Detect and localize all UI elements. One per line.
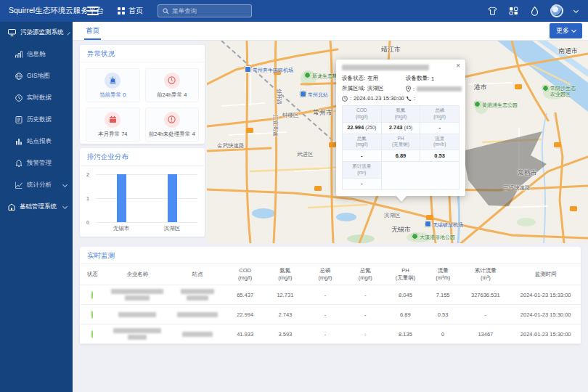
redacted-station [182, 332, 213, 337]
chart-ytick: 1 [86, 196, 89, 201]
redacted-company [125, 295, 150, 301]
sidebar-item-label: 预警管理 [27, 159, 52, 168]
airport-icon [245, 66, 251, 73]
sidebar-item-label: GIS地图 [27, 72, 50, 81]
user-avatar[interactable] [550, 4, 563, 17]
sidebar-item-gis-map[interactable]: GIS地图 [0, 65, 73, 87]
siren-icon [105, 73, 121, 89]
park-icon [474, 101, 481, 107]
multi-screen-icon[interactable] [508, 6, 518, 16]
sidebar-item-label: 站点报表 [27, 137, 52, 146]
tab-bar: 首页 更多 [73, 22, 588, 41]
enterprise-distribution-panel: 排污企业分布 012无锡市滨湖区 [80, 148, 205, 237]
redacted-company [111, 289, 163, 294]
map-label: 外环路 [275, 89, 282, 105]
chevron-down-icon [571, 28, 576, 33]
redacted-station [177, 312, 218, 317]
hamburger-menu-icon[interactable] [87, 4, 99, 17]
sidebar-item-station-report[interactable]: 站点报表 [0, 131, 73, 152]
location-pin-icon [406, 86, 411, 92]
stat-label: 本月异常 74 [98, 131, 127, 138]
poi-park: 新龙生态林 [304, 73, 338, 80]
status-normal-dot [91, 330, 93, 338]
popup-measurements-table: COD(mg/l) 氨氮(mg/l) 总磷(mg/l) 22.994 (250)… [342, 105, 460, 190]
chart-xlabel: 无锡市 [113, 225, 130, 232]
sidebar-item-warning-management[interactable]: 预警管理 [0, 152, 73, 174]
table-row[interactable]: 65.43712.731 -- 8.0457.155 327636.531202… [80, 285, 581, 305]
more-button[interactable]: 更多 [550, 23, 582, 38]
stat-label: 前24h异常 4 [157, 91, 187, 99]
airport-icon [425, 221, 431, 227]
clock-icon [15, 94, 23, 102]
chevron-down-icon [62, 203, 68, 208]
sidebar-item-realtime-data[interactable]: 实时数据 [0, 87, 73, 109]
stat-label: 前24h未处理异常 4 [149, 131, 195, 138]
sidebar: 污染源监测系统 信息舱 GIS地图 实时数据 历史数据 站点报表 预警管理 统计… [0, 22, 73, 392]
grid-icon [118, 7, 125, 15]
map-label: 武进区 [297, 151, 314, 158]
redacted-address [417, 86, 462, 91]
sidebar-group-basic-management[interactable]: 基础管理系统 [0, 196, 73, 218]
sidebar-group-pollution-monitoring[interactable]: 污染源监测系统 [0, 22, 73, 44]
trend-icon [15, 181, 23, 189]
sidebar-item-statistics[interactable]: 统计分析 [0, 174, 73, 196]
park-icon [542, 85, 549, 91]
poi-park: 常阴沙生态农业园区 [542, 86, 580, 98]
monitor-table: 状态 企业名称 站点 COD(mg/l) 氨氮(mg/l) 总磷(mg/l) 总… [80, 264, 581, 344]
redacted-station [187, 295, 208, 301]
poi-park: 黄泗浦生态公园 [474, 102, 518, 109]
redacted-popup-title [342, 65, 429, 70]
chart-bar [117, 174, 126, 222]
flame-icon[interactable] [529, 6, 539, 16]
stat-last-24h-abnormal[interactable]: 前24h异常 4 [145, 68, 200, 102]
panel-title: 排污企业分布 [80, 148, 205, 166]
chart-gridline [96, 174, 197, 175]
more-button-label: 更多 [556, 26, 569, 36]
chevron-down-icon [62, 181, 68, 187]
menu-search[interactable] [158, 4, 252, 17]
sidebar-item-label: 统计分析 [27, 181, 52, 189]
sidebar-group-label: 污染源监测系统 [20, 28, 64, 37]
table-row[interactable]: 41.9333.593 -- 8.1350 134672024-01-23 15… [80, 324, 581, 344]
table-row[interactable]: 22.9942.743 -- 6.890.53 -2024-01-23 15:3… [80, 305, 581, 324]
map-label: 常州市 [313, 108, 332, 118]
stat-unhandled-abnormal[interactable]: 前24h未处理异常 4 [145, 107, 200, 142]
breadcrumb[interactable]: 首页 [118, 6, 143, 16]
search-input[interactable] [172, 7, 247, 15]
chart-ytick: 2 [86, 172, 89, 177]
sidebar-item-label: 信息舱 [27, 50, 46, 59]
monitor-icon [8, 29, 16, 36]
sidebar-item-history-data[interactable]: 历史数据 [0, 109, 73, 131]
chevron-up-icon [67, 32, 70, 35]
gis-map[interactable]: 靖江市 南通市 港市 常州市 钟楼区 武进区 金武快速路 无锡市 滨湖区 常熟市… [207, 41, 588, 243]
redacted-station [181, 289, 214, 294]
history-doc-icon [15, 116, 23, 123]
map-label: 金武快速路 [217, 142, 245, 150]
chart-bar [168, 174, 177, 222]
park-icon [304, 72, 311, 78]
map-label: 钟楼区 [282, 112, 299, 119]
map-label: 靖江市 [381, 45, 401, 54]
chart-xlabel: 滨湖区 [164, 225, 181, 232]
map-label: 三环快速路 [503, 184, 531, 192]
chevron-down-icon[interactable] [573, 7, 579, 12]
calendar-icon [105, 112, 121, 128]
abnormal-status-panel: 异常状况 当前异常 0 前24h异常 4 本月异常 74 [80, 45, 205, 144]
app-logo: Squirrel生态环境云服务平台 [0, 6, 81, 16]
map-label: 滨湖区 [384, 212, 401, 219]
theme-skin-icon[interactable] [487, 6, 497, 16]
sidebar-item-label: 实时数据 [27, 94, 52, 102]
table-header-row: 状态 企业名称 站点 COD(mg/l) 氨氮(mg/l) 总磷(mg/l) 总… [80, 264, 581, 285]
close-icon[interactable]: × [456, 62, 460, 70]
redacted-company [118, 312, 156, 317]
building-icon [8, 203, 15, 211]
stat-label: 当前异常 0 [99, 91, 126, 99]
stat-month-abnormal[interactable]: 本月异常 74 [86, 107, 140, 142]
alarm-bell-icon [15, 160, 23, 167]
globe-icon [15, 73, 23, 80]
popup-pointer [396, 195, 407, 202]
sidebar-item-info-cabin[interactable]: 信息舱 [0, 44, 73, 65]
stat-current-abnormal[interactable]: 当前异常 0 [86, 68, 140, 102]
tab-home[interactable]: 首页 [84, 22, 101, 40]
chart-ytick: 0 [86, 220, 89, 225]
